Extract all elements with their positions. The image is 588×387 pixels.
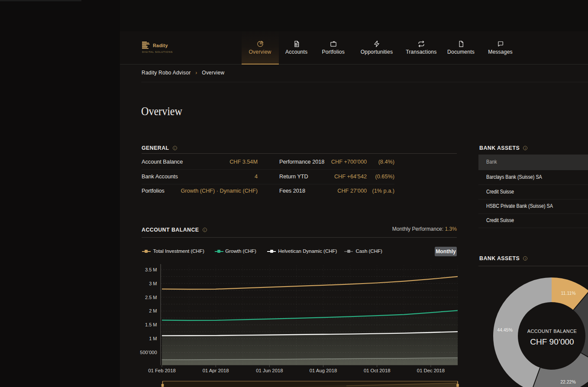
svg-text:01 Feb 2018: 01 Feb 2018 (148, 368, 175, 373)
svg-text:2 M: 2 M (149, 308, 157, 313)
svg-text:1 M: 1 M (149, 336, 157, 341)
svg-text:01 Aug 2018: 01 Aug 2018 (310, 368, 337, 373)
svg-text:3 M: 3 M (149, 281, 157, 286)
svg-text:01 Oct 2018: 01 Oct 2018 (364, 368, 391, 373)
svg-text:44.45%: 44.45% (497, 327, 513, 332)
svg-text:11.11%: 11.11% (561, 290, 576, 296)
svg-text:01 Jun 2018: 01 Jun 2018 (256, 368, 283, 373)
svg-text:1.5 M: 1.5 M (145, 322, 157, 327)
svg-text:2.5 M: 2.5 M (145, 295, 157, 300)
svg-text:01 Dec 2018: 01 Dec 2018 (417, 368, 445, 373)
svg-text:3.5 M: 3.5 M (145, 267, 157, 272)
svg-text:01 Apr 2018: 01 Apr 2018 (203, 368, 229, 373)
svg-text:22.22%: 22.22% (560, 379, 576, 384)
svg-text:500’000: 500’000 (140, 350, 157, 355)
